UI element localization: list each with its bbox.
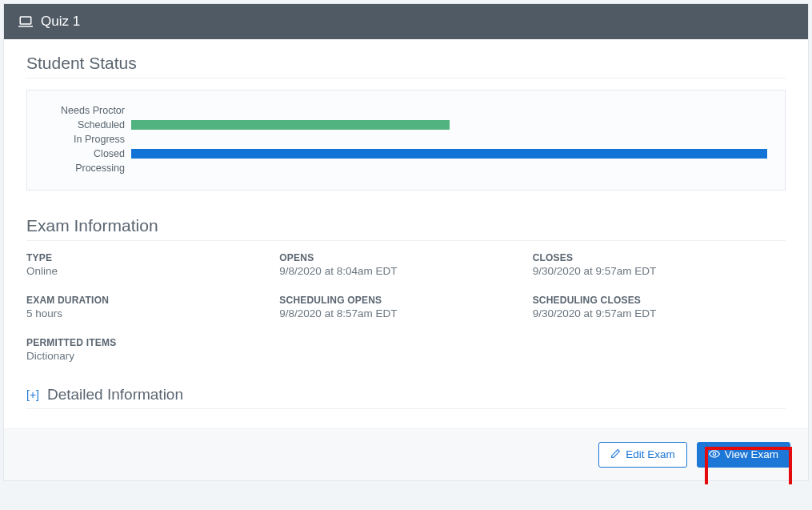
- info-label: SCHEDULING CLOSES: [533, 295, 786, 306]
- status-label: Scheduled: [45, 119, 125, 131]
- card-body: Student Status Needs ProctorScheduledIn …: [4, 39, 808, 428]
- status-row: Closed: [45, 147, 767, 161]
- exam-info-grid: TYPE Online OPENS 9/8/2020 at 8:04am EDT…: [26, 252, 786, 362]
- svg-point-2: [713, 452, 716, 456]
- info-label: EXAM DURATION: [26, 295, 279, 306]
- status-row: Scheduled: [45, 118, 767, 132]
- status-bar-track: [131, 135, 767, 144]
- status-row: Processing: [45, 161, 767, 175]
- edit-exam-button[interactable]: Edit Exam: [598, 442, 687, 468]
- card-header: Quiz 1: [4, 4, 808, 39]
- status-bar-track: [131, 106, 767, 115]
- info-sched-closes: SCHEDULING CLOSES 9/30/2020 at 9:57am ED…: [533, 295, 786, 319]
- exam-info-title: Exam Information: [26, 216, 786, 235]
- status-label: Processing: [45, 163, 125, 174]
- eye-icon: [709, 449, 720, 461]
- info-duration: EXAM DURATION 5 hours: [26, 295, 279, 319]
- student-status-title: Student Status: [26, 54, 786, 73]
- info-value: 9/30/2020 at 9:57am EDT: [533, 265, 786, 277]
- divider: [26, 240, 786, 241]
- view-exam-button[interactable]: View Exam: [697, 442, 790, 468]
- svg-rect-0: [20, 17, 31, 24]
- info-label: CLOSES: [533, 252, 786, 263]
- info-type: TYPE Online: [26, 252, 279, 277]
- status-row: In Progress: [45, 132, 767, 147]
- status-bar-track: [131, 149, 767, 159]
- info-value: 9/8/2020 at 8:57am EDT: [279, 307, 532, 319]
- info-label: OPENS: [279, 252, 532, 263]
- info-permitted: PERMITTED ITEMS Dictionary: [26, 337, 279, 362]
- button-label: View Exam: [725, 449, 778, 460]
- info-label: SCHEDULING OPENS: [279, 295, 532, 306]
- info-label: TYPE: [26, 252, 279, 263]
- info-sched-opens: SCHEDULING OPENS 9/8/2020 at 8:57am EDT: [279, 295, 532, 319]
- student-status-chart: Needs ProctorScheduledIn ProgressClosedP…: [26, 90, 786, 191]
- status-label: Closed: [45, 148, 125, 159]
- card-footer: Edit Exam View Exam: [4, 428, 808, 480]
- info-closes: CLOSES 9/30/2020 at 9:57am EDT: [533, 252, 786, 277]
- status-row: Needs Proctor: [45, 103, 767, 118]
- info-label: PERMITTED ITEMS: [26, 337, 279, 348]
- info-value: 9/30/2020 at 9:57am EDT: [533, 307, 786, 319]
- status-bar-fill: [131, 120, 450, 130]
- info-opens: OPENS 9/8/2020 at 8:04am EDT: [279, 252, 532, 277]
- card-title: Quiz 1: [41, 14, 80, 30]
- status-label: In Progress: [45, 134, 125, 145]
- edit-icon: [610, 448, 621, 461]
- laptop-icon: [18, 15, 33, 28]
- status-bar-fill: [131, 149, 767, 159]
- divider: [26, 78, 786, 78]
- detailed-info-title: Detailed Information: [47, 386, 183, 404]
- expand-toggle[interactable]: [+]: [26, 388, 39, 401]
- status-bar-track: [131, 120, 767, 130]
- info-value: 9/8/2020 at 8:04am EDT: [279, 265, 532, 277]
- info-value: Dictionary: [26, 350, 279, 362]
- exam-card: Quiz 1 Student Status Needs ProctorSched…: [3, 3, 809, 481]
- divider: [26, 408, 786, 409]
- button-label: Edit Exam: [626, 449, 675, 460]
- detailed-info-row: [+] Detailed Information: [26, 386, 786, 404]
- status-label: Needs Proctor: [45, 105, 125, 116]
- status-bar-track: [131, 163, 767, 173]
- info-value: 5 hours: [26, 307, 279, 319]
- info-value: Online: [26, 265, 279, 277]
